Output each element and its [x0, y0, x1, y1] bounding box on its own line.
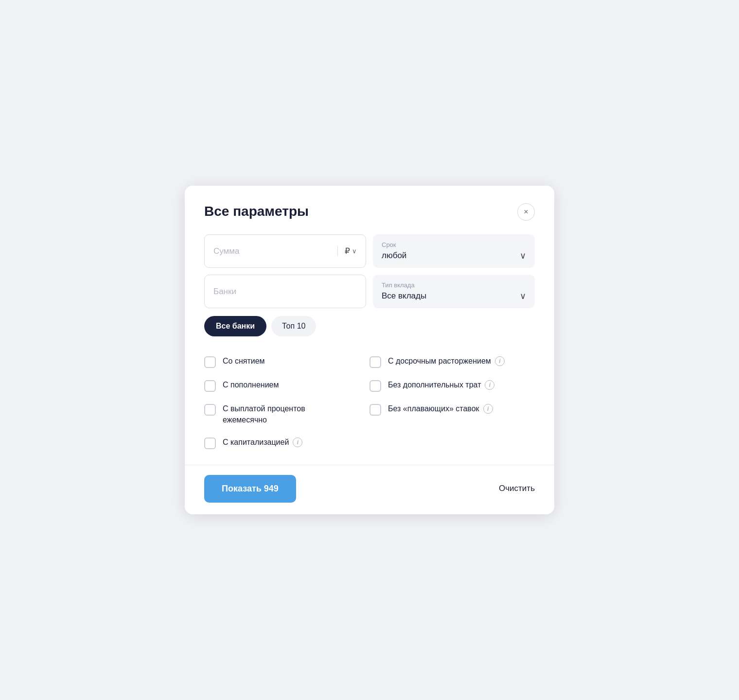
checkbox-bez-trat[interactable]: Без дополнительных трат i — [370, 374, 535, 398]
checkbox-bez-stavok-label: Без «плавающих» ставок — [388, 403, 479, 414]
period-value: любой — [382, 251, 406, 261]
checkbox-popolnenie[interactable]: С пополнением — [204, 374, 370, 398]
deposit-type-select[interactable]: Тип вклада Все вклады ∨ — [373, 275, 535, 308]
checkbox-snatie-box[interactable] — [204, 356, 216, 368]
kapitalizaciya-info-icon[interactable]: i — [293, 438, 302, 447]
period-select[interactable]: Срок любой ∨ — [373, 234, 535, 268]
modal-container: Все параметры × ₽ ∨ Срок любой ∨ Тип вкл… — [185, 186, 554, 514]
modal-title: Все параметры — [204, 203, 309, 220]
currency-selector[interactable]: ₽ ∨ — [337, 246, 357, 256]
dosrochnoe-info-icon[interactable]: i — [495, 356, 505, 366]
checkbox-bez-stavok[interactable]: Без «плавающих» ставок i — [370, 398, 535, 421]
checkbox-kapitalizaciya-label: С капитализацией — [223, 437, 289, 448]
checkbox-bez-stavok-inner: Без «плавающих» ставок i — [388, 403, 493, 414]
checkbox-viplata[interactable]: С выплатой процентовежемесячно — [204, 398, 370, 431]
checkbox-kapitalizaciya-inner: С капитализацией i — [223, 437, 302, 448]
bez-trat-info-icon[interactable]: i — [485, 380, 494, 390]
all-banks-button[interactable]: Все банки — [204, 316, 266, 336]
checkbox-bez-trat-box[interactable] — [370, 380, 381, 392]
checkbox-dosrochnoe[interactable]: С досрочным расторжением i — [370, 350, 535, 374]
checkbox-bez-stavok-box[interactable] — [370, 404, 381, 416]
clear-button[interactable]: Очистить — [499, 484, 535, 493]
close-button[interactable]: × — [517, 203, 535, 221]
checkbox-dosrochnoe-inner: С досрочным расторжением i — [388, 356, 505, 367]
top10-button[interactable]: Топ 10 — [271, 316, 316, 336]
checkbox-popolnenie-box[interactable] — [204, 380, 216, 392]
checkboxes-grid: Со снятием С пополнением С выплатой проц… — [204, 350, 535, 455]
banks-input[interactable] — [213, 287, 357, 297]
checkbox-bez-trat-label: Без дополнительных трат — [388, 380, 481, 390]
modal-header: Все параметры × — [204, 203, 535, 221]
checkbox-popolnenie-label: С пополнением — [223, 380, 279, 390]
deposit-type-row: Все вклады ∨ — [382, 291, 526, 301]
deposit-type-chevron-icon: ∨ — [520, 291, 526, 301]
deposit-type-label: Тип вклада — [382, 281, 526, 289]
checkbox-snatie[interactable]: Со снятием — [204, 350, 370, 374]
checkboxes-left-col: Со снятием С пополнением С выплатой проц… — [204, 350, 370, 455]
filters-grid: ₽ ∨ Срок любой ∨ Тип вклада Все вклады ∨ — [204, 234, 535, 308]
checkbox-kapitalizaciya[interactable]: С капитализацией i — [204, 431, 370, 455]
modal-footer: Показать 949 Очистить — [204, 465, 535, 514]
bez-stavok-info-icon[interactable]: i — [483, 404, 493, 414]
period-row: любой ∨ — [382, 250, 526, 261]
checkbox-snatie-label: Со снятием — [223, 356, 265, 367]
period-chevron-icon: ∨ — [520, 250, 526, 261]
currency-chevron-icon: ∨ — [352, 247, 357, 255]
banks-field[interactable] — [204, 275, 366, 308]
deposit-type-value: Все вклады — [382, 291, 426, 301]
checkbox-bez-trat-inner: Без дополнительных трат i — [388, 380, 494, 390]
currency-symbol: ₽ — [345, 246, 350, 256]
show-results-button[interactable]: Показать 949 — [204, 475, 296, 503]
checkbox-dosrochnoe-box[interactable] — [370, 356, 381, 368]
checkbox-viplata-box[interactable] — [204, 404, 216, 416]
period-label: Срок — [382, 241, 526, 248]
checkbox-dosrochnoe-label: С досрочным расторжением — [388, 356, 491, 367]
amount-field[interactable]: ₽ ∨ — [204, 234, 366, 268]
bank-filter-row: Все банки Топ 10 — [204, 316, 535, 336]
checkbox-viplata-label: С выплатой процентовежемесячно — [223, 403, 305, 425]
checkboxes-right-col: С досрочным расторжением i Без дополните… — [370, 350, 535, 455]
checkbox-kapitalizaciya-box[interactable] — [204, 438, 216, 449]
amount-input[interactable] — [213, 246, 337, 256]
